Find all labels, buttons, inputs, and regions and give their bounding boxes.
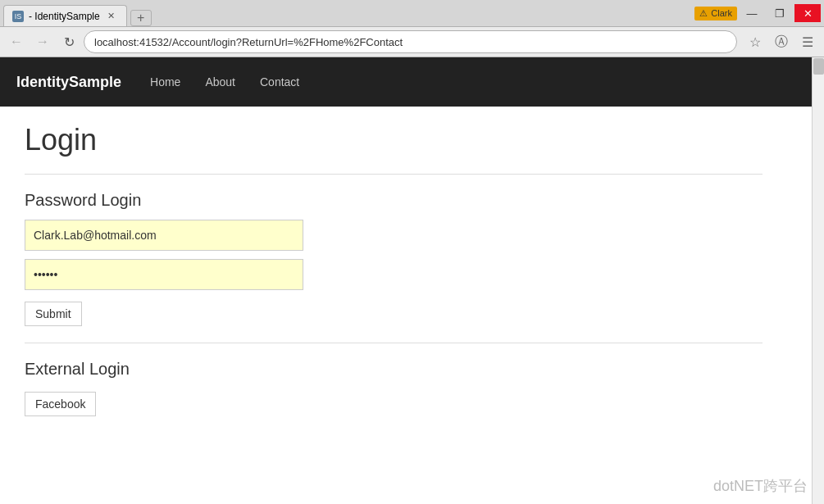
warning-icon: ⚠ xyxy=(699,8,708,19)
tab-close-icon[interactable]: ✕ xyxy=(105,10,118,23)
browser-tab[interactable]: IS - IdentitySample ✕ xyxy=(3,5,127,26)
page-title: Login xyxy=(25,123,763,157)
url-icons: ☆ Ⓐ ☰ xyxy=(744,30,819,53)
title-bar: IS - IdentitySample ✕ + ⚠ Clark — ❐ ✕ xyxy=(0,0,824,26)
minimize-button[interactable]: — xyxy=(739,4,765,22)
submit-button[interactable]: Submit xyxy=(25,302,82,326)
watermark: dotNET跨平台 xyxy=(713,476,808,496)
url-input[interactable]: localhost:41532/Account/login?ReturnUrl=… xyxy=(84,30,737,53)
email-input[interactable] xyxy=(25,220,303,251)
scrollbar-thumb xyxy=(813,58,824,75)
password-group xyxy=(25,259,763,290)
email-group xyxy=(25,220,763,251)
forward-button[interactable]: → xyxy=(31,30,54,53)
facebook-button[interactable]: Facebook xyxy=(25,392,96,416)
watermark-text: dotNET跨平台 xyxy=(713,478,808,494)
bookmark-icon[interactable]: ☆ xyxy=(744,30,767,53)
window-controls: ⚠ Clark — ❐ ✕ xyxy=(694,4,821,22)
refresh-button[interactable]: ↻ xyxy=(57,30,80,53)
password-section-title: Password Login xyxy=(25,191,763,210)
browser-window: IS - IdentitySample ✕ + ⚠ Clark — ❐ ✕ ← … xyxy=(0,0,824,504)
main-content: Login Password Login Submit External Log… xyxy=(0,107,787,433)
close-button[interactable]: ✕ xyxy=(794,4,821,22)
title-divider xyxy=(25,174,763,175)
url-text: localhost:41532/Account/login?ReturnUrl=… xyxy=(94,36,403,48)
user-label: ⚠ Clark xyxy=(694,7,737,20)
nav-link-contact[interactable]: Contact xyxy=(248,67,312,97)
tab-favicon: IS xyxy=(12,11,24,22)
menu-icon[interactable]: ☰ xyxy=(796,30,819,53)
password-input[interactable] xyxy=(25,259,303,290)
nav-link-about[interactable]: About xyxy=(193,67,248,97)
profile-icon[interactable]: Ⓐ xyxy=(770,30,793,53)
tab-bar: IS - IdentitySample ✕ + xyxy=(3,0,152,26)
address-bar: ← → ↻ localhost:41532/Account/login?Retu… xyxy=(0,26,824,57)
external-section-title: External Login xyxy=(25,360,763,379)
scrollbar[interactable] xyxy=(812,57,824,504)
section-divider xyxy=(25,343,763,343)
user-name: Clark xyxy=(711,8,732,18)
nav-bar: IdentitySample Home About Contact xyxy=(0,57,824,107)
new-tab-button[interactable]: + xyxy=(130,10,152,26)
nav-links: Home About Contact xyxy=(138,67,312,97)
nav-brand[interactable]: IdentitySample xyxy=(16,74,121,91)
nav-link-home[interactable]: Home xyxy=(138,67,193,97)
back-button[interactable]: ← xyxy=(5,30,28,53)
tab-title: - IdentitySample xyxy=(29,11,100,22)
restore-button[interactable]: ❐ xyxy=(767,4,793,22)
page-content: IdentitySample Home About Contact Login … xyxy=(0,57,824,504)
